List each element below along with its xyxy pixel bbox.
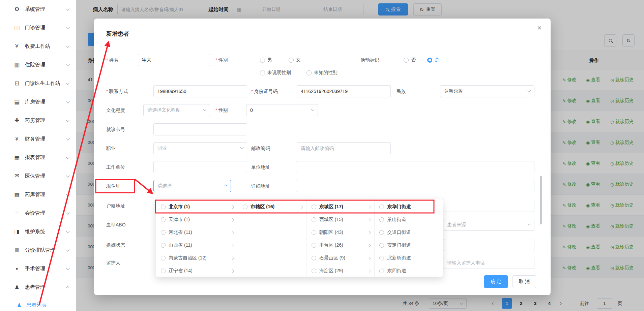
- chevron-right-icon: [368, 244, 371, 247]
- active-flag-radio-yes[interactable]: 是: [427, 54, 439, 66]
- gender-field-label: *性别: [215, 54, 228, 66]
- label-text: 性别: [218, 57, 228, 63]
- sidebar-item-consultation-management[interactable]: ≡ 会诊管理: [0, 204, 76, 222]
- cascader-option-inner-mongolia[interactable]: 内蒙古自治区 (12): [156, 252, 238, 265]
- confirm-button[interactable]: 确 定: [484, 275, 508, 288]
- radio-icon: [312, 269, 316, 273]
- gender-radio-male[interactable]: 男: [260, 54, 272, 66]
- label-text: 就诊卡号: [106, 127, 125, 132]
- active-flag-radio-no[interactable]: 否: [404, 54, 416, 66]
- cascader-option-shijingshan[interactable]: 石景山区 (9): [307, 252, 375, 265]
- ethnicity-select[interactable]: 达斡尔族: [440, 85, 534, 97]
- id-number-input[interactable]: [297, 85, 391, 97]
- radio-label: 未知的性别: [314, 70, 338, 76]
- cascader-province-column: 北京市 (1) 天津市 (1) 河北省 (11) 山西省 (11) 内蒙古自治区…: [156, 199, 238, 277]
- cascader-option-tianjin[interactable]: 天津市 (1): [156, 213, 238, 226]
- sidebar-item-pharmacy-management[interactable]: ✚ 药房管理: [0, 111, 76, 130]
- cascader-option-label: 丰台区 (26): [319, 242, 365, 248]
- select-value: 达斡尔族: [444, 88, 463, 94]
- name-input[interactable]: [138, 54, 210, 66]
- cascader-option-label: 内蒙古自治区 (12): [169, 255, 228, 261]
- contact-field-label: *联系方式: [106, 85, 128, 97]
- current-address-cascader[interactable]: 请选择: [153, 180, 231, 192]
- gender-radio-female[interactable]: 女: [289, 54, 301, 66]
- guardian-phone-input[interactable]: [443, 257, 534, 269]
- detail-address-input[interactable]: [296, 180, 534, 192]
- sidebar-item-label: 分诊排队管理: [25, 247, 64, 253]
- sidebar-item-triage-queue-management[interactable]: ≣ 分诊排队管理: [0, 241, 76, 259]
- contact-input[interactable]: [153, 85, 247, 97]
- gender-select[interactable]: 0: [246, 104, 318, 116]
- chevron-right-icon: [368, 218, 371, 221]
- sidebar-item-system-management[interactable]: ⚙ 系统管理: [0, 0, 76, 19]
- add-patient-dialog: 新增患者 ✕ *姓名 *性别 男 女 活动标识 否 是 未说明性别 未知的性别 …: [94, 19, 551, 295]
- active-flag-label: 活动标识: [360, 54, 379, 66]
- chevron-down-icon: [66, 81, 69, 85]
- label-text: 监护人: [106, 260, 120, 266]
- guardian-field-label: 监护人: [106, 257, 120, 269]
- chevron-down-icon: [66, 192, 69, 196]
- radio-icon: [312, 243, 316, 248]
- cascader-option-beixinqiao[interactable]: 北新桥街道: [375, 252, 443, 265]
- close-icon[interactable]: ✕: [537, 25, 542, 32]
- visit-card-input[interactable]: [153, 123, 247, 135]
- cascader-option-shixiaqu[interactable]: 市辖区 (16): [238, 200, 306, 213]
- surgery-icon: ▪: [13, 266, 21, 272]
- patient-source-select[interactable]: 患者来源: [443, 219, 534, 231]
- occupation-select[interactable]: 职业: [153, 142, 247, 154]
- radio-icon: [260, 70, 265, 75]
- cascader-option-hebei[interactable]: 河北省 (11): [156, 226, 238, 239]
- sidebar-item-patient-management[interactable]: ♟ 患者管理: [0, 278, 76, 297]
- cascader-option-jingshan[interactable]: 景山街道: [375, 213, 443, 226]
- cascader-option-label: 西城区 (15): [319, 217, 365, 223]
- cascader-option-liaoning[interactable]: 辽宁省 (14): [156, 265, 238, 277]
- sidebar-subitem-label: 患者列表: [26, 302, 69, 308]
- sidebar-item-label: 系统管理: [25, 6, 64, 12]
- radio-icon: [312, 230, 316, 235]
- gender-radio-unspecified[interactable]: 未说明性别: [260, 67, 291, 79]
- cancel-button[interactable]: 取 消: [513, 275, 536, 288]
- work-unit-input[interactable]: [153, 161, 247, 173]
- cascader-option-shanxi[interactable]: 山西省 (11): [156, 239, 238, 252]
- cascader-option-haidian[interactable]: 海淀区 (29): [307, 265, 375, 277]
- unit-address-input[interactable]: [296, 161, 534, 173]
- cascader-street-column: 东华门街道 景山街道 交道口街道 安定门街道 北新桥街道 东四街道: [375, 199, 443, 277]
- sidebar-item-finance-management[interactable]: ¥ 财务管理: [0, 130, 76, 148]
- marital-status-input[interactable]: [443, 239, 534, 251]
- sidebar-item-patient-list[interactable]: ♟ 患者列表: [0, 297, 76, 311]
- sidebar-item-charging-workstation[interactable]: ¥ 收费工作站: [0, 37, 76, 56]
- cascader-option-fengtai[interactable]: 丰台区 (26): [307, 239, 375, 252]
- drug-storage-icon: ▩: [13, 191, 21, 198]
- sidebar-item-outpatient-doctor-workstation[interactable]: ⊡ 门诊医生工作站: [0, 74, 76, 93]
- modal-scrollbar[interactable]: [540, 176, 542, 224]
- sidebar-item-label: 药库管理: [25, 191, 64, 198]
- sidebar-item-outpatient-management[interactable]: ◫ 门诊管理: [0, 19, 76, 37]
- radio-icon: [289, 58, 294, 63]
- chevron-down-icon: [66, 118, 69, 122]
- sidebar-item-inpatient-management[interactable]: ▥ 住院管理: [0, 56, 76, 74]
- education-select[interactable]: 请选择文化程度: [143, 104, 210, 116]
- radio-icon: [243, 205, 247, 209]
- cascader-option-donghuamen[interactable]: 东华门街道: [375, 200, 443, 213]
- chevron-down-icon: [203, 108, 207, 111]
- cascader-option-beijing[interactable]: 北京市 (1): [156, 200, 238, 213]
- sidebar-item-surgery-management[interactable]: ▪ 手术管理: [0, 259, 76, 278]
- cascader-option-andingmen[interactable]: 安定门街道: [375, 239, 443, 252]
- sidebar-item-maintenance-system[interactable]: ◨ 维护系统: [0, 222, 76, 241]
- label-text: 婚姻状态: [106, 242, 125, 248]
- postal-code-input[interactable]: [297, 142, 391, 154]
- sidebar-item-report-management[interactable]: ▦ 报表管理: [0, 148, 76, 167]
- gender-radio-unknown[interactable]: 未知的性别: [306, 67, 338, 79]
- outpatient-icon: ◫: [13, 24, 21, 31]
- cascader-option-dongsi[interactable]: 东四街道: [375, 265, 443, 277]
- sidebar-item-warehouse-management[interactable]: ▤ 库房管理: [0, 93, 76, 111]
- sidebar-item-drug-storage-management[interactable]: ▩ 药库管理: [0, 185, 76, 204]
- cascader-option-chaoyang[interactable]: 朝阳区 (43): [307, 226, 375, 239]
- radio-icon: [312, 205, 316, 209]
- sidebar-item-medical-insurance-management[interactable]: ✉ 医保管理: [0, 167, 76, 185]
- cascader-option-dongcheng[interactable]: 东城区 (17): [307, 200, 375, 213]
- cascader-option-xicheng[interactable]: 西城区 (15): [307, 213, 375, 226]
- cascader-option-jiaodaokou[interactable]: 交道口街道: [375, 226, 443, 239]
- label-text: 现住址: [106, 183, 120, 189]
- select-placeholder: 职业: [157, 145, 167, 151]
